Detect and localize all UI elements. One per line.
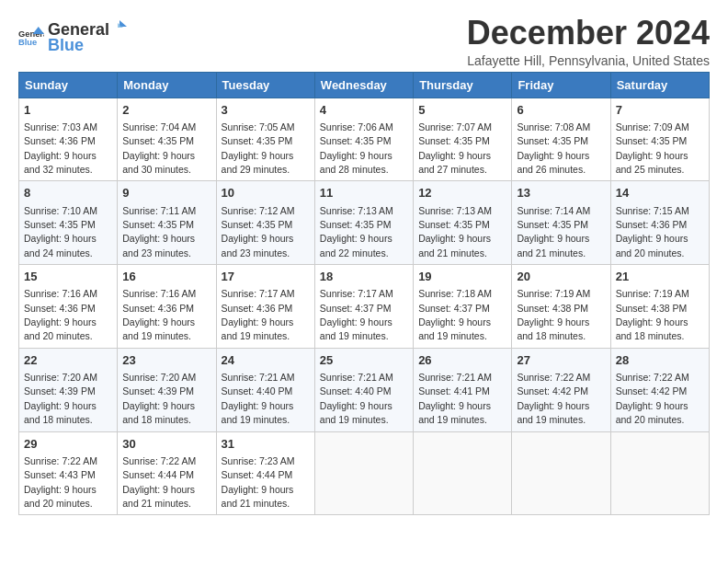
day-number: 23 [122, 352, 210, 369]
day-number: 19 [418, 269, 506, 285]
day-info: Sunrise: 7:22 AMSunset: 4:42 PMDaylight:… [517, 372, 590, 425]
calendar-cell: 30 Sunrise: 7:22 AMSunset: 4:44 PMDaylig… [118, 431, 216, 515]
day-number: 25 [320, 352, 408, 369]
day-info: Sunrise: 7:16 AMSunset: 4:36 PMDaylight:… [122, 288, 196, 341]
day-info: Sunrise: 7:17 AMSunset: 4:36 PMDaylight:… [222, 288, 295, 341]
day-number: 9 [122, 185, 210, 201]
day-number: 4 [320, 102, 408, 119]
day-info: Sunrise: 7:19 AMSunset: 4:38 PMDaylight:… [616, 288, 689, 341]
day-number: 18 [320, 269, 408, 285]
calendar-cell [610, 431, 709, 515]
calendar-cell: 13 Sunrise: 7:14 AMSunset: 4:35 PMDaylig… [512, 181, 610, 265]
calendar-cell: 6 Sunrise: 7:08 AMSunset: 4:35 PMDayligh… [512, 98, 610, 181]
day-number: 6 [517, 102, 605, 119]
day-number: 3 [222, 102, 310, 119]
day-info: Sunrise: 7:10 AMSunset: 4:35 PMDaylight:… [24, 205, 97, 259]
day-number: 24 [222, 352, 310, 369]
calendar-cell: 26 Sunrise: 7:21 AMSunset: 4:41 PMDaylig… [414, 348, 512, 431]
day-info: Sunrise: 7:14 AMSunset: 4:35 PMDaylight:… [517, 205, 590, 259]
weekday-header-monday: Monday [118, 72, 216, 98]
logo-bird-icon [110, 18, 127, 35]
day-number: 30 [122, 436, 210, 453]
day-number: 17 [222, 269, 310, 285]
calendar-cell: 4 Sunrise: 7:06 AMSunset: 4:35 PMDayligh… [314, 98, 413, 181]
day-info: Sunrise: 7:16 AMSunset: 4:36 PMDaylight:… [24, 288, 97, 341]
weekday-header-row: SundayMondayTuesdayWednesdayThursdayFrid… [19, 72, 710, 98]
calendar-cell: 20 Sunrise: 7:19 AMSunset: 4:38 PMDaylig… [512, 265, 610, 349]
day-number: 15 [24, 269, 112, 285]
day-number: 21 [616, 269, 704, 285]
calendar-cell: 28 Sunrise: 7:22 AMSunset: 4:42 PMDaylig… [610, 348, 709, 431]
day-info: Sunrise: 7:19 AMSunset: 4:38 PMDaylight:… [517, 288, 590, 341]
day-number: 31 [222, 436, 310, 453]
calendar-cell: 25 Sunrise: 7:21 AMSunset: 4:40 PMDaylig… [314, 348, 413, 431]
day-info: Sunrise: 7:21 AMSunset: 4:41 PMDaylight:… [418, 372, 492, 425]
month-title: December 2024 [467, 15, 710, 52]
day-info: Sunrise: 7:17 AMSunset: 4:37 PMDaylight:… [320, 288, 393, 341]
day-info: Sunrise: 7:15 AMSunset: 4:36 PMDaylight:… [616, 205, 689, 259]
day-info: Sunrise: 7:06 AMSunset: 4:35 PMDaylight:… [320, 121, 393, 175]
svg-text:Blue: Blue [18, 38, 37, 47]
day-number: 13 [517, 185, 605, 201]
calendar-cell: 31 Sunrise: 7:23 AMSunset: 4:44 PMDaylig… [216, 431, 314, 515]
day-info: Sunrise: 7:23 AMSunset: 4:44 PMDaylight:… [222, 455, 295, 509]
day-info: Sunrise: 7:05 AMSunset: 4:35 PMDaylight:… [222, 121, 295, 175]
calendar-cell: 5 Sunrise: 7:07 AMSunset: 4:35 PMDayligh… [414, 98, 512, 181]
calendar-cell: 12 Sunrise: 7:13 AMSunset: 4:35 PMDaylig… [414, 181, 512, 265]
day-info: Sunrise: 7:18 AMSunset: 4:37 PMDaylight:… [418, 288, 492, 341]
calendar-cell: 9 Sunrise: 7:11 AMSunset: 4:35 PMDayligh… [118, 181, 216, 265]
calendar-cell: 16 Sunrise: 7:16 AMSunset: 4:36 PMDaylig… [118, 265, 216, 349]
day-number: 7 [616, 102, 704, 119]
logo: General Blue General Blue [18, 18, 128, 55]
calendar-cell: 21 Sunrise: 7:19 AMSunset: 4:38 PMDaylig… [610, 265, 709, 349]
day-info: Sunrise: 7:21 AMSunset: 4:40 PMDaylight:… [222, 372, 295, 425]
day-info: Sunrise: 7:22 AMSunset: 4:42 PMDaylight:… [616, 372, 689, 425]
day-number: 14 [616, 185, 704, 201]
day-number: 22 [24, 352, 112, 369]
calendar-cell: 11 Sunrise: 7:13 AMSunset: 4:35 PMDaylig… [314, 181, 413, 265]
calendar-cell: 14 Sunrise: 7:15 AMSunset: 4:36 PMDaylig… [610, 181, 709, 265]
day-info: Sunrise: 7:09 AMSunset: 4:35 PMDaylight:… [616, 121, 689, 175]
title-area: December 2024 Lafayette Hill, Pennsylvan… [467, 15, 710, 68]
calendar-cell: 27 Sunrise: 7:22 AMSunset: 4:42 PMDaylig… [512, 348, 610, 431]
day-number: 20 [517, 269, 605, 285]
day-info: Sunrise: 7:03 AMSunset: 4:36 PMDaylight:… [24, 121, 97, 175]
calendar-cell: 22 Sunrise: 7:20 AMSunset: 4:39 PMDaylig… [19, 348, 118, 431]
calendar-cell: 19 Sunrise: 7:18 AMSunset: 4:37 PMDaylig… [414, 265, 512, 349]
day-info: Sunrise: 7:07 AMSunset: 4:35 PMDaylight:… [418, 121, 492, 175]
calendar-cell: 1 Sunrise: 7:03 AMSunset: 4:36 PMDayligh… [19, 98, 118, 181]
day-info: Sunrise: 7:13 AMSunset: 4:35 PMDaylight:… [418, 205, 492, 259]
day-info: Sunrise: 7:22 AMSunset: 4:44 PMDaylight:… [122, 455, 196, 509]
day-info: Sunrise: 7:20 AMSunset: 4:39 PMDaylight:… [122, 372, 196, 425]
day-info: Sunrise: 7:21 AMSunset: 4:40 PMDaylight:… [320, 372, 393, 425]
calendar-cell: 8 Sunrise: 7:10 AMSunset: 4:35 PMDayligh… [19, 181, 118, 265]
weekday-header-wednesday: Wednesday [314, 72, 413, 98]
calendar-cell: 2 Sunrise: 7:04 AMSunset: 4:35 PMDayligh… [118, 98, 216, 181]
calendar-cell: 3 Sunrise: 7:05 AMSunset: 4:35 PMDayligh… [216, 98, 314, 181]
logo-icon: General Blue [18, 24, 44, 50]
day-number: 29 [24, 436, 112, 453]
calendar-cell: 15 Sunrise: 7:16 AMSunset: 4:36 PMDaylig… [19, 265, 118, 349]
day-info: Sunrise: 7:08 AMSunset: 4:35 PMDaylight:… [517, 121, 590, 175]
day-number: 28 [616, 352, 704, 369]
day-number: 11 [320, 185, 408, 201]
calendar-cell: 17 Sunrise: 7:17 AMSunset: 4:36 PMDaylig… [216, 265, 314, 349]
day-number: 12 [418, 185, 506, 201]
day-number: 2 [122, 102, 210, 119]
day-info: Sunrise: 7:04 AMSunset: 4:35 PMDaylight:… [122, 121, 196, 175]
day-info: Sunrise: 7:11 AMSunset: 4:35 PMDaylight:… [122, 205, 196, 259]
weekday-header-sunday: Sunday [19, 72, 118, 98]
calendar-cell: 23 Sunrise: 7:20 AMSunset: 4:39 PMDaylig… [118, 348, 216, 431]
location-title: Lafayette Hill, Pennsylvania, United Sta… [467, 53, 710, 68]
day-number: 27 [517, 352, 605, 369]
day-number: 5 [418, 102, 506, 119]
weekday-header-friday: Friday [512, 72, 610, 98]
calendar-table: SundayMondayTuesdayWednesdayThursdayFrid… [18, 72, 710, 516]
day-info: Sunrise: 7:12 AMSunset: 4:35 PMDaylight:… [222, 205, 295, 259]
calendar-cell: 24 Sunrise: 7:21 AMSunset: 4:40 PMDaylig… [216, 348, 314, 431]
calendar-cell [512, 431, 610, 515]
weekday-header-tuesday: Tuesday [216, 72, 314, 98]
weekday-header-saturday: Saturday [610, 72, 709, 98]
weekday-header-thursday: Thursday [414, 72, 512, 98]
calendar-cell [314, 431, 413, 515]
